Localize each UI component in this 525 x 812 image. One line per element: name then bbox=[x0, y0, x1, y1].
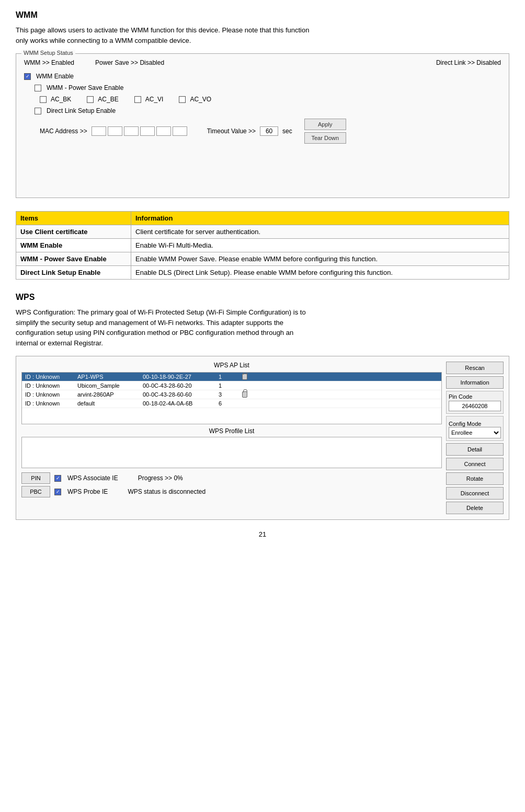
ac-bk-checkbox[interactable] bbox=[40, 96, 47, 103]
wmm-spacer bbox=[24, 148, 501, 190]
ac-vi-checkbox[interactable] bbox=[134, 96, 141, 103]
information-button[interactable]: Information bbox=[446, 376, 504, 389]
wps-probe-label: WPS Probe IE bbox=[67, 488, 108, 495]
timeout-unit: sec bbox=[282, 127, 292, 135]
timeout-label: Timeout Value >> bbox=[207, 127, 256, 135]
wps-description: WPS Configuration: The primary goal of W… bbox=[16, 307, 509, 348]
pincode-label: Pin Code bbox=[449, 393, 501, 400]
wmm-enable-checkbox[interactable] bbox=[24, 73, 31, 80]
table-cell-info: Client certificate for server authentica… bbox=[131, 225, 509, 239]
table-cell-item: Use Client certificate bbox=[16, 225, 131, 239]
table-row: WMM - Power Save EnableEnable WMM Power … bbox=[16, 252, 509, 266]
ac-be-label: AC_BE bbox=[98, 96, 118, 103]
lock-icon bbox=[242, 391, 247, 398]
wps-ap-row[interactable]: ID : UnknownUbicom_Sample00-0C-43-28-60-… bbox=[22, 381, 441, 390]
pincode-section: Pin Code bbox=[446, 391, 504, 414]
wmm-enable-label: WMM Enable bbox=[36, 73, 74, 80]
wmm-ac-vi: AC_VI bbox=[134, 96, 164, 103]
wmm-status-direct: Direct Link >> Disabled bbox=[436, 59, 501, 66]
wps-associate-checkbox[interactable] bbox=[54, 475, 61, 482]
wmm-status-row: WMM >> Enabled Power Save >> Disabled Di… bbox=[24, 59, 501, 66]
direct-link-label: Direct Link Setup Enable bbox=[47, 107, 116, 114]
wps-layout: WPS AP List ID : UnknownAP1-WPS00-10-18-… bbox=[21, 362, 504, 514]
pbc-button[interactable]: PBC bbox=[21, 486, 50, 497]
ac-vo-label: AC_VO bbox=[190, 96, 211, 103]
ac-vo-checkbox[interactable] bbox=[179, 96, 186, 103]
config-mode-select[interactable]: Enrollee Registrar bbox=[449, 427, 501, 438]
mac-field-3[interactable] bbox=[124, 126, 139, 136]
wps-ap-row[interactable]: ID : UnknownAP1-WPS00-10-18-90-2E-271 bbox=[22, 373, 441, 381]
table-cell-item: WMM Enable bbox=[16, 239, 131, 252]
wps-associate-label: WPS Associate IE bbox=[67, 474, 118, 482]
wps-pin-row: PIN WPS Associate IE Progress >> 0% bbox=[21, 472, 442, 484]
mac-field-6[interactable] bbox=[173, 126, 187, 136]
wps-ap-row[interactable]: ID : Unknowndefault00-18-02-4A-0A-6B6 bbox=[22, 399, 441, 408]
ac-be-checkbox[interactable] bbox=[87, 96, 94, 103]
wmm-title: WMM bbox=[16, 10, 509, 20]
table-cell-info: Enable DLS (Direct Link Setup). Please e… bbox=[131, 266, 509, 280]
wps-box: WPS AP List ID : UnknownAP1-WPS00-10-18-… bbox=[16, 356, 509, 520]
ac-bk-label: AC_BK bbox=[51, 96, 71, 103]
mac-address-label: MAC Address >> bbox=[40, 127, 87, 135]
table-cell-info: Enable Wi-Fi Multi-Media. bbox=[131, 239, 509, 252]
table-cell-info: Enable WMM Power Save. Please enable WMM… bbox=[131, 252, 509, 266]
mac-field-4[interactable] bbox=[140, 126, 155, 136]
timeout-input[interactable] bbox=[260, 126, 278, 136]
delete-button[interactable]: Delete bbox=[446, 502, 504, 514]
wps-ap-row[interactable]: ID : Unknownarvint-2860AP00-0C-43-28-60-… bbox=[22, 390, 441, 399]
info-table: Items Information Use Client certificate… bbox=[16, 211, 509, 280]
wps-ap-list-title: WPS AP List bbox=[21, 362, 442, 369]
mac-boxes bbox=[92, 126, 187, 136]
pincode-input[interactable] bbox=[449, 401, 501, 411]
wps-status-label: WPS status is disconnected bbox=[128, 488, 206, 495]
wmm-powersave-checkbox[interactable] bbox=[35, 85, 41, 91]
wmm-mac-timeout-row: MAC Address >> Timeout Value >> sec Appl… bbox=[40, 119, 501, 144]
lock-icon bbox=[242, 374, 247, 380]
wmm-ac-vo: AC_VO bbox=[179, 96, 211, 103]
table-cell-item: WMM - Power Save Enable bbox=[16, 252, 131, 266]
wmm-ac-bk: AC_BK bbox=[40, 96, 71, 103]
wps-profile-title: WPS Profile List bbox=[21, 427, 442, 435]
mac-field-5[interactable] bbox=[156, 126, 171, 136]
wps-sidebar: Rescan Information Pin Code Config Mode … bbox=[446, 362, 504, 514]
pin-button[interactable]: PIN bbox=[21, 472, 50, 484]
detail-button[interactable]: Detail bbox=[446, 443, 504, 456]
wmm-powersave-label: WMM - Power Save Enable bbox=[47, 84, 123, 91]
wps-pbc-row: PBC WPS Probe IE WPS status is disconnec… bbox=[21, 486, 442, 497]
wps-title: WPS bbox=[16, 293, 509, 302]
wmm-directlink-row: Direct Link Setup Enable bbox=[35, 107, 501, 114]
ac-vi-label: AC_VI bbox=[145, 96, 164, 103]
table-header-info: Information bbox=[131, 212, 509, 225]
wmm-status-wmm: WMM >> Enabled bbox=[24, 59, 74, 66]
wmm-powersave-row: WMM - Power Save Enable bbox=[35, 84, 501, 91]
wps-probe-checkbox[interactable] bbox=[54, 489, 61, 495]
rotate-button[interactable]: Rotate bbox=[446, 472, 504, 485]
table-header-items: Items bbox=[16, 212, 131, 225]
table-row: Direct Link Setup EnableEnable DLS (Dire… bbox=[16, 266, 509, 280]
wmm-ac-be: AC_BE bbox=[87, 96, 118, 103]
wmm-status-power: Power Save >> Disabled bbox=[95, 59, 164, 66]
table-cell-item: Direct Link Setup Enable bbox=[16, 266, 131, 280]
config-mode-section: Config Mode Enrollee Registrar bbox=[446, 416, 504, 441]
disconnect-button[interactable]: Disconnect bbox=[446, 487, 504, 500]
teardown-button[interactable]: Tear Down bbox=[304, 132, 346, 144]
wmm-enable-row: WMM Enable bbox=[24, 73, 501, 80]
config-mode-label: Config Mode bbox=[449, 421, 501, 427]
table-row: Use Client certificateClient certificate… bbox=[16, 225, 509, 239]
wmm-ac-row: AC_BK AC_BE AC_VI AC_VO bbox=[40, 96, 501, 103]
table-row: WMM EnableEnable Wi-Fi Multi-Media. bbox=[16, 239, 509, 252]
page-number: 21 bbox=[16, 530, 509, 538]
wmm-description: This page allows users to activate the W… bbox=[16, 25, 509, 45]
direct-link-checkbox[interactable] bbox=[35, 108, 41, 114]
rescan-button[interactable]: Rescan bbox=[446, 362, 504, 374]
progress-label: Progress >> 0% bbox=[138, 474, 183, 482]
apply-teardown-section: Apply Tear Down bbox=[304, 119, 346, 144]
connect-button[interactable]: Connect bbox=[446, 458, 504, 470]
wps-main: WPS AP List ID : UnknownAP1-WPS00-10-18-… bbox=[21, 362, 442, 514]
mac-field-2[interactable] bbox=[108, 126, 122, 136]
wmm-setup-box: WMM Setup Status WMM >> Enabled Power Sa… bbox=[16, 53, 509, 198]
mac-field-1[interactable] bbox=[92, 126, 106, 136]
apply-button[interactable]: Apply bbox=[304, 119, 346, 130]
wps-ap-list[interactable]: ID : UnknownAP1-WPS00-10-18-90-2E-271ID … bbox=[21, 372, 442, 424]
wps-profile-list bbox=[21, 437, 442, 468]
